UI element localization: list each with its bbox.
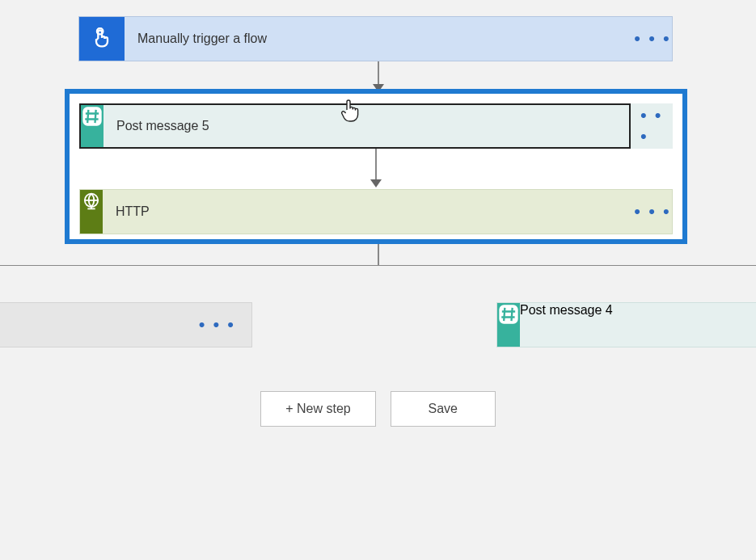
connector-line	[378, 61, 379, 84]
connector-line	[378, 244, 379, 265]
connector-line	[375, 149, 377, 179]
branch-split-line	[0, 265, 756, 266]
post-message-5-card[interactable]: Post message 5	[79, 103, 631, 149]
svg-rect-1	[82, 107, 101, 125]
post-message-5-step[interactable]: Post message 5 • • •	[79, 103, 673, 149]
manual-trigger-icon	[79, 17, 125, 61]
arrow-down-icon	[370, 179, 382, 187]
trigger-label: Manually trigger a flow	[125, 17, 633, 61]
trigger-menu-button[interactable]: • • •	[633, 17, 672, 61]
action-bar: + New step Save	[0, 391, 756, 427]
hashtag-icon	[497, 303, 520, 347]
http-menu-button[interactable]: • • •	[633, 190, 672, 234]
globe-icon	[80, 190, 103, 234]
save-button[interactable]: Save	[391, 391, 496, 427]
post-message-5-menu-button[interactable]: • • •	[640, 103, 673, 149]
post-message-5-label: Post message 5	[103, 105, 629, 147]
hashtag-icon	[81, 105, 103, 147]
svg-point-0	[97, 28, 103, 34]
branch-left-menu-button[interactable]: • • •	[199, 314, 235, 335]
post-message-4-step[interactable]: Post message 4	[496, 302, 756, 347]
http-step[interactable]: HTTP • • •	[79, 189, 673, 234]
svg-rect-3	[499, 305, 517, 323]
post-message-4-label: Post message 4	[520, 303, 613, 347]
http-label: HTTP	[103, 190, 633, 234]
branch-left-step[interactable]: • • •	[0, 302, 252, 347]
selected-scope[interactable]: Post message 5 • • • HTTP • • •	[65, 89, 687, 244]
flow-canvas[interactable]: Manually trigger a flow • • • Post messa…	[0, 0, 756, 560]
trigger-step[interactable]: Manually trigger a flow • • •	[78, 16, 673, 61]
new-step-button[interactable]: + New step	[260, 391, 375, 427]
